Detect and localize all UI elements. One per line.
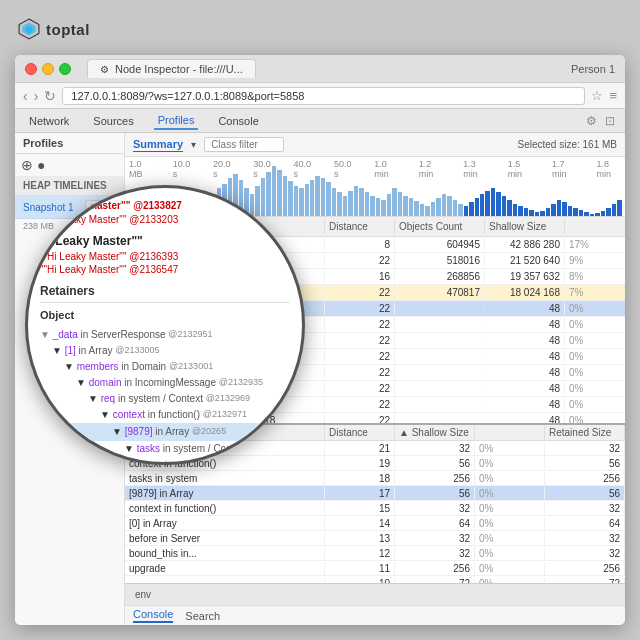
timeline-bar-25 <box>266 172 270 216</box>
th-shallow-pct <box>565 219 625 234</box>
timeline-bar-61 <box>464 206 468 216</box>
back-button[interactable]: ‹ <box>23 88 28 104</box>
bookmark-icon: ☆ <box>591 88 603 103</box>
toptal-icon <box>18 18 40 40</box>
tab-label: Node Inspector - file:///U... <box>115 63 243 75</box>
timeline-bar-69 <box>507 200 511 216</box>
timeline-bar-39 <box>343 196 347 216</box>
bottom-row[interactable]: before in Server 13 32 0% 32 0% <box>125 531 625 546</box>
tab-bar: ⚙ Node Inspector - file:///U... <box>87 59 563 78</box>
bth-retained[interactable]: Retained Size <box>545 425 625 440</box>
menu-icon: ≡ <box>609 88 617 103</box>
bottom-row[interactable]: bound_this in... 12 32 0% 32 0% <box>125 546 625 561</box>
timeline-bar-37 <box>332 188 336 216</box>
timeline-bar-38 <box>337 192 341 216</box>
mag-spacer2 <box>40 276 290 284</box>
bottom-row[interactable]: ... 10 72 0% 72 0% <box>125 576 625 583</box>
tree-line-6: ▼ context in function() @2132971 <box>40 407 290 423</box>
status-bar: env <box>125 583 625 605</box>
timeline-bar-67 <box>496 192 500 216</box>
timeline-bar-63 <box>475 198 479 216</box>
magnifier-content: "Hi Leaky Master"" @2133827 ""Hi Leaky M… <box>28 188 302 465</box>
timeline-bar-36 <box>326 182 330 216</box>
tree-line-1: ▼ _data in ServerResponse @2132951 <box>40 327 290 343</box>
object-header: Object <box>40 309 290 321</box>
sidebar-toolbar: ⊕ ● <box>15 154 124 176</box>
minimize-button[interactable] <box>42 63 54 75</box>
timeline-bar-75 <box>540 211 544 216</box>
timeline-bar-33 <box>310 180 314 216</box>
browser-tab[interactable]: ⚙ Node Inspector - file:///U... <box>87 59 256 78</box>
maximize-button[interactable] <box>59 63 71 75</box>
timeline-bar-80 <box>568 206 572 216</box>
timeline-bar-68 <box>502 196 506 216</box>
profiles-sidebar-header: Profiles <box>15 133 124 154</box>
leaky-line-4: ""Hi Leaky Master"" @2136547 <box>40 263 290 276</box>
timeline-bar-51 <box>409 198 413 216</box>
bth-distance[interactable]: Distance <box>325 425 395 440</box>
timeline-bar-65 <box>485 191 489 216</box>
timeline-bar-44 <box>370 196 374 216</box>
nav-network[interactable]: Network <box>25 113 73 129</box>
settings-icon[interactable]: ⚙ <box>586 114 597 128</box>
devtools-right-icons: ⚙ ⊡ <box>586 114 615 128</box>
stop-icon[interactable]: ● <box>37 157 45 173</box>
forward-button[interactable]: › <box>34 88 39 104</box>
nav-sources[interactable]: Sources <box>89 113 137 129</box>
window-controls <box>25 63 71 75</box>
timeline-bar-53 <box>420 204 424 216</box>
timeline-bar-71 <box>518 206 522 216</box>
timeline-bar-54 <box>425 206 429 216</box>
bth-shallow[interactable]: ▲ Shallow Size <box>395 425 475 440</box>
bottom-row[interactable]: [0] in Array 14 64 0% 64 0% <box>125 516 625 531</box>
timeline-bar-58 <box>447 196 451 216</box>
nav-profiles[interactable]: Profiles <box>154 112 199 130</box>
class-filter-input[interactable] <box>204 137 284 152</box>
dock-icon[interactable]: ⊡ <box>605 114 615 128</box>
timeline-bar-88 <box>612 204 616 216</box>
bottom-row[interactable]: upgrade 11 256 0% 256 0% <box>125 561 625 576</box>
th-shallow-size[interactable]: Shallow Size <box>485 219 565 234</box>
timeline-bar-73 <box>529 210 533 216</box>
person-label: Person 1 <box>571 63 615 75</box>
timeline-bar-84 <box>590 214 594 216</box>
summary-button[interactable]: Summary <box>133 138 183 152</box>
tree-line-3: ▼ members in Domain @2133001 <box>40 359 290 375</box>
dropdown-arrow-icon[interactable]: ▾ <box>191 139 196 150</box>
bottom-row[interactable]: [9879] in Array 17 56 0% 56 0% <box>125 486 625 501</box>
mag-big-text-1: Hi Leaky Master"" <box>40 232 290 250</box>
timeline-bar-62 <box>469 202 473 216</box>
timeline-bar-64 <box>480 194 484 216</box>
timeline-bar-34 <box>315 176 319 216</box>
timeline-header: 1.0 MB 10.0 s 20.0 s 30.0 s 40.0 s 50.0 … <box>125 157 625 181</box>
close-button[interactable] <box>25 63 37 75</box>
timeline-bar-22 <box>250 194 254 216</box>
timeline-bar-78 <box>557 200 561 216</box>
th-distance[interactable]: Distance <box>325 219 395 234</box>
browser-window: ⚙ Node Inspector - file:///U... Person 1… <box>15 55 625 625</box>
devtools-nav: Network Sources Profiles Console ⚙ ⊡ <box>15 109 625 133</box>
timeline-bar-87 <box>606 208 610 216</box>
search-tab[interactable]: Search <box>185 610 220 622</box>
timeline-bar-72 <box>524 208 528 216</box>
reload-button[interactable]: ↻ <box>44 88 56 104</box>
tree-line-4: ▼ domain in IncomingMessage @2132935 <box>40 375 290 391</box>
toptal-logo: toptal <box>18 18 90 40</box>
tree-line-5: ▼ req in system / Context @2132969 <box>40 391 290 407</box>
bottom-row[interactable]: tasks in system 18 256 0% 256 0% <box>125 471 625 486</box>
console-tab[interactable]: Console <box>133 608 173 623</box>
timeline-bar-81 <box>573 208 577 216</box>
timeline-bar-60 <box>458 204 462 216</box>
timeline-bar-48 <box>392 188 396 216</box>
add-profile-icon[interactable]: ⊕ <box>21 157 33 173</box>
timeline-bar-23 <box>255 186 259 216</box>
url-input[interactable] <box>62 87 585 105</box>
bottom-row[interactable]: context in function() 15 32 0% 32 0% <box>125 501 625 516</box>
summary-bar: Summary ▾ Selected size: 161 MB <box>125 133 625 157</box>
timeline-bar-74 <box>535 212 539 216</box>
th-objects-count[interactable]: Objects Count <box>395 219 485 234</box>
retainers-header: Retainers <box>40 284 290 303</box>
timeline-bar-30 <box>294 186 298 216</box>
timeline-bar-85 <box>595 213 599 216</box>
nav-console[interactable]: Console <box>214 113 262 129</box>
